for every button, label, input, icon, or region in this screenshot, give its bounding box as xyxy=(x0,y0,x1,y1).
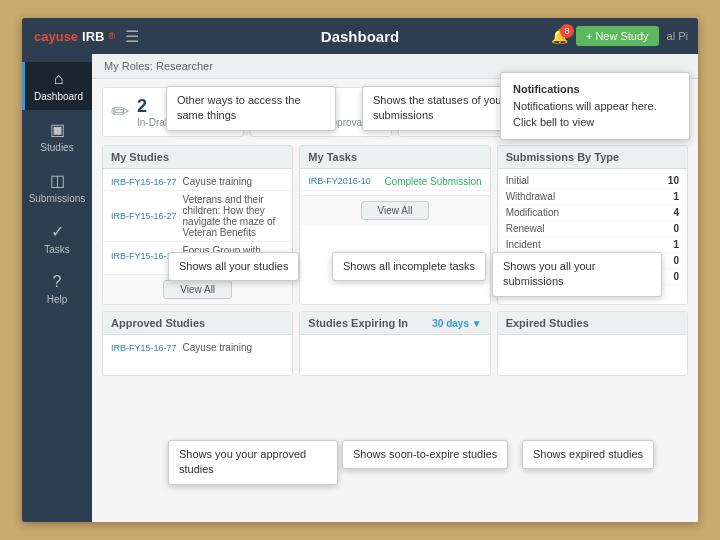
my-studies-header: My Studies xyxy=(103,146,292,169)
my-studies-view-all[interactable]: View All xyxy=(163,280,232,299)
sub-count-incident: 1 xyxy=(673,239,679,250)
page-title: Dashboard xyxy=(321,28,399,45)
expired-studies-header: Expired Studies xyxy=(498,312,687,335)
sub-count-initial: 10 xyxy=(668,175,679,186)
sub-type-initial: Initial 10 xyxy=(498,173,687,189)
logo-text: cayuse xyxy=(34,29,78,44)
expiring-title: Studies Expiring In xyxy=(308,317,408,329)
submissions-icon: ◫ xyxy=(50,171,65,190)
notifications-title: Notifications xyxy=(513,83,580,95)
sub-type-label-initial: Initial xyxy=(506,175,529,186)
sub-type-label-modification: Modification xyxy=(506,207,559,218)
sub-type-label-incident: Incident xyxy=(506,239,541,250)
expiring-studies-panel: Studies Expiring In 30 days ▼ xyxy=(299,311,490,376)
expired-studies-panel: Expired Studies xyxy=(497,311,688,376)
sub-type-renewal: Renewal 0 xyxy=(498,221,687,237)
sidebar-label-help: Help xyxy=(47,294,68,305)
study-row-2[interactable]: IRB-FY15-16-27 Veterans and their childr… xyxy=(103,191,292,242)
help-icon: ? xyxy=(53,273,62,291)
study-label-1: Cayuse training xyxy=(183,176,285,187)
study-code-3: IRB-FY15-16-18 xyxy=(111,251,177,261)
task-action-1: Complete Submission xyxy=(384,176,481,187)
sub-count-modification: 4 xyxy=(673,207,679,218)
expiring-filter[interactable]: 30 days ▼ xyxy=(432,318,481,329)
sidebar: ⌂ Dashboard ▣ Studies ◫ Submissions ✓ Ta… xyxy=(22,54,92,522)
irb-superscript: ® xyxy=(108,31,115,41)
sidebar-item-tasks[interactable]: ✓ Tasks xyxy=(22,214,92,263)
user-display: al Pi xyxy=(667,30,688,42)
tooltip-my-studies: Shows all your studies xyxy=(168,252,299,281)
sidebar-item-dashboard[interactable]: ⌂ Dashboard xyxy=(22,62,92,110)
tooltip-my-tasks: Shows all incomplete tasks xyxy=(332,252,486,281)
expiring-studies-body xyxy=(300,335,489,375)
tasks-icon: ✓ xyxy=(51,222,64,241)
tooltip-other-ways: Other ways to access the same things xyxy=(166,86,336,131)
top-bar-actions: 🔔 8 + New Study al Pi xyxy=(551,26,688,46)
sub-count-closure: 0 xyxy=(673,255,679,266)
sidebar-label-dashboard: Dashboard xyxy=(34,91,83,102)
notification-badge: 8 xyxy=(560,24,574,38)
tooltip-expired: Shows expired studies xyxy=(522,440,654,469)
sidebar-label-submissions: Submissions xyxy=(29,193,86,204)
study-code-1: IRB-FY15-16-77 xyxy=(111,177,177,187)
approved-code-1: IRB-FY15-16-77 xyxy=(111,343,177,353)
tooltip-expiring: Shows soon-to-expire studies xyxy=(342,440,508,469)
sub-type-incident: Incident 1 xyxy=(498,237,687,253)
sidebar-item-submissions[interactable]: ◫ Submissions xyxy=(22,163,92,212)
main-window: cayuse IRB ® ☰ Dashboard 🔔 8 + New Study… xyxy=(22,18,698,522)
approved-row-1[interactable]: IRB-FY15-16-77 Cayuse training xyxy=(103,339,292,356)
approved-studies-panel: Approved Studies IRB-FY15-16-77 Cayuse t… xyxy=(102,311,293,376)
tooltip-submissions-by-type: Shows you all your submissions xyxy=(492,252,662,297)
submissions-by-type-header: Submissions By Type xyxy=(498,146,687,169)
sub-count-legacy: 0 xyxy=(673,271,679,282)
sub-type-label-renewal: Renewal xyxy=(506,223,545,234)
notification-bell[interactable]: 🔔 8 xyxy=(551,28,568,44)
app-logo: cayuse IRB ® xyxy=(34,29,115,44)
expired-studies-body xyxy=(498,335,687,375)
approved-label-1: Cayuse training xyxy=(183,342,285,353)
my-tasks-footer: View All xyxy=(300,195,489,225)
sub-type-label-withdrawal: Withdrawal xyxy=(506,191,555,202)
notifications-tooltip: Notifications Notifications will appear … xyxy=(500,72,690,140)
sidebar-label-tasks: Tasks xyxy=(44,244,70,255)
my-tasks-header: My Tasks xyxy=(300,146,489,169)
sidebar-item-studies[interactable]: ▣ Studies xyxy=(22,112,92,161)
studies-icon: ▣ xyxy=(50,120,65,139)
study-row-1[interactable]: IRB-FY15-16-77 Cayuse training xyxy=(103,173,292,191)
sub-count-withdrawal: 1 xyxy=(673,191,679,202)
tooltip-approved-studies: Shows you your approved studies xyxy=(168,440,338,485)
draft-icon: ✏ xyxy=(111,99,129,125)
irb-label: IRB xyxy=(82,29,104,44)
sidebar-item-help[interactable]: ? Help xyxy=(22,265,92,313)
dashboard-icon: ⌂ xyxy=(54,70,64,88)
notifications-message: Notifications will appear here. Click be… xyxy=(513,100,657,129)
top-bar: cayuse IRB ® ☰ Dashboard 🔔 8 + New Study… xyxy=(22,18,698,54)
study-label-2: Veterans and their children: How they na… xyxy=(183,194,285,238)
sub-type-withdrawal: Withdrawal 1 xyxy=(498,189,687,205)
sidebar-label-studies: Studies xyxy=(40,142,73,153)
sub-count-renewal: 0 xyxy=(673,223,679,234)
my-tasks-view-all[interactable]: View All xyxy=(361,201,430,220)
approved-studies-header: Approved Studies xyxy=(103,312,292,335)
sub-type-modification: Modification 4 xyxy=(498,205,687,221)
task-row-1[interactable]: IRB-FY2016-10 Complete Submission xyxy=(300,173,489,191)
task-code-1: IRB-FY2016-10 xyxy=(308,176,371,187)
study-code-2: IRB-FY15-16-27 xyxy=(111,211,177,221)
bottom-panels: Approved Studies IRB-FY15-16-77 Cayuse t… xyxy=(102,311,688,376)
hamburger-menu[interactable]: ☰ xyxy=(125,27,139,46)
expiring-studies-header: Studies Expiring In 30 days ▼ xyxy=(300,312,489,335)
approved-studies-body: IRB-FY15-16-77 Cayuse training xyxy=(103,335,292,360)
new-study-button[interactable]: + New Study xyxy=(576,26,659,46)
my-tasks-body: IRB-FY2016-10 Complete Submission xyxy=(300,169,489,195)
